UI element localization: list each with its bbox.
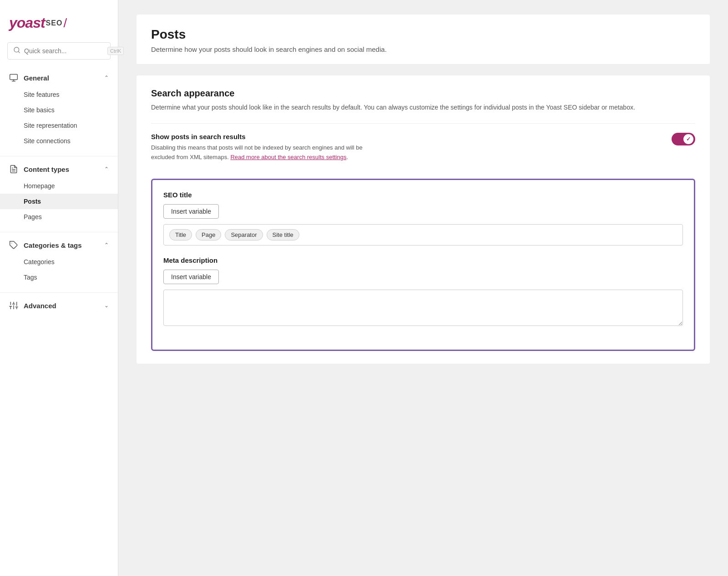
logo-seo-text: SEO: [46, 19, 63, 27]
search-input[interactable]: [24, 47, 104, 55]
meta-description-section: Meta description Insert variable: [163, 256, 683, 328]
search-appearance-title: Search appearance: [151, 88, 695, 99]
sidebar: yoast SEO / CtrlK: [0, 0, 118, 576]
logo-slash: /: [63, 16, 67, 30]
sliders-icon: [9, 301, 18, 310]
nav-divider-2: [0, 232, 118, 232]
chevron-up-icon: ⌃: [104, 75, 109, 81]
main-content: Posts Determine how your posts should lo…: [118, 0, 728, 576]
sidebar-item-categories[interactable]: Categories: [0, 254, 118, 270]
sidebar-item-pages[interactable]: Pages: [0, 209, 118, 225]
nav-group-advanced[interactable]: Advanced ⌄: [0, 296, 118, 315]
show-in-search-row: Show posts in search results Disabling t…: [151, 123, 695, 171]
nav-divider-3: [0, 292, 118, 293]
search-appearance-desc: Determine what your posts should look li…: [151, 102, 695, 112]
toggle-track[interactable]: ✓: [672, 133, 695, 145]
seo-title-section: SEO title Insert variable Title Page Sep…: [163, 191, 683, 245]
sidebar-item-posts[interactable]: Posts: [0, 194, 118, 209]
sidebar-item-site-representation[interactable]: Site representation: [0, 118, 118, 133]
document-icon: [9, 165, 18, 174]
show-in-search-text: Show posts in search results Disabling t…: [151, 133, 379, 162]
sidebar-item-site-basics[interactable]: Site basics: [0, 102, 118, 118]
nav-group-content-types-label: Content types: [24, 165, 69, 173]
logo: yoast SEO /: [9, 15, 109, 31]
sidebar-item-site-features[interactable]: Site features: [0, 87, 118, 102]
nav-divider-1: [0, 156, 118, 156]
nav-group-advanced-title: Advanced: [9, 301, 56, 310]
tag-site-title[interactable]: Site title: [267, 229, 299, 240]
nav-group-general-label: General: [24, 74, 49, 82]
nav-group-categories-tags-label: Categories & tags: [24, 241, 82, 249]
nav-section-content-types: Content types ⌃ Homepage Posts Pages: [0, 160, 118, 228]
nav-group-categories-tags-title: Categories & tags: [9, 240, 82, 250]
search-results-link[interactable]: Read more about the search results setti…: [230, 154, 346, 160]
nav-group-advanced-label: Advanced: [24, 302, 56, 310]
nav-section-general: General ⌃ Site features Site basics Site…: [0, 69, 118, 152]
tag-icon: [9, 240, 18, 250]
show-in-search-label: Show posts in search results: [151, 133, 379, 140]
nav-group-content-types-title: Content types: [9, 165, 69, 174]
sidebar-item-tags[interactable]: Tags: [0, 270, 118, 285]
page-subtitle: Determine how your posts should look in …: [151, 45, 695, 53]
tag-title[interactable]: Title: [169, 229, 192, 240]
svg-rect-2: [10, 75, 18, 80]
seo-title-tags-input[interactable]: Title Page Separator Site title: [163, 224, 683, 245]
sidebar-item-site-connections[interactable]: Site connections: [0, 133, 118, 149]
meta-description-textarea[interactable]: [163, 290, 683, 326]
seo-fields-box: SEO title Insert variable Title Page Sep…: [151, 179, 695, 351]
nav-group-general-title: General: [9, 73, 49, 82]
meta-description-insert-variable-button[interactable]: Insert variable: [163, 270, 219, 284]
search-appearance-card: Search appearance Determine what your po…: [136, 75, 710, 364]
seo-title-insert-variable-button[interactable]: Insert variable: [163, 204, 219, 219]
page-title: Posts: [151, 27, 695, 42]
nav-group-categories-tags[interactable]: Categories & tags ⌃: [0, 236, 118, 254]
search-icon: [13, 46, 20, 55]
toggle-thumb: ✓: [683, 134, 693, 144]
show-in-search-toggle[interactable]: ✓: [672, 133, 695, 145]
toggle-check-icon: ✓: [686, 136, 691, 142]
page-header: Posts Determine how your posts should lo…: [136, 15, 710, 65]
nav-section-categories-tags: Categories & tags ⌃ Categories Tags: [0, 236, 118, 289]
tag-page[interactable]: Page: [196, 229, 221, 240]
chevron-down-icon: ⌄: [104, 302, 109, 309]
chevron-up-icon-3: ⌃: [104, 242, 109, 248]
tag-separator[interactable]: Separator: [225, 229, 263, 240]
chevron-up-icon-2: ⌃: [104, 166, 109, 172]
logo-area: yoast SEO /: [0, 11, 118, 42]
sidebar-item-homepage[interactable]: Homepage: [0, 178, 118, 194]
svg-line-1: [18, 51, 20, 53]
nav-group-content-types[interactable]: Content types ⌃: [0, 160, 118, 178]
show-in-search-desc: Disabling this means that posts will not…: [151, 143, 379, 162]
search-box[interactable]: CtrlK: [7, 42, 111, 60]
logo-yoast-text: yoast: [9, 15, 45, 31]
seo-title-label: SEO title: [163, 191, 683, 199]
nav-group-general[interactable]: General ⌃: [0, 69, 118, 87]
nav-section-advanced: Advanced ⌄: [0, 296, 118, 318]
link-suffix: .: [346, 154, 348, 160]
monitor-icon: [9, 73, 18, 82]
meta-description-label: Meta description: [163, 256, 683, 264]
